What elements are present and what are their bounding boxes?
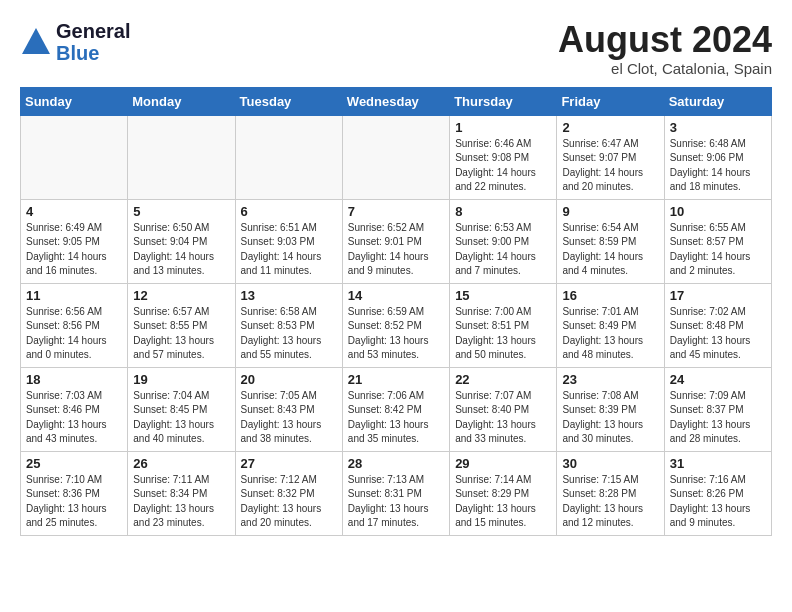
day-info: Sunrise: 6:55 AM Sunset: 8:57 PM Dayligh…	[670, 221, 766, 279]
svg-marker-0	[22, 28, 50, 54]
day-info: Sunrise: 6:46 AM Sunset: 9:08 PM Dayligh…	[455, 137, 551, 195]
weekday-header-saturday: Saturday	[664, 87, 771, 115]
day-info: Sunrise: 7:13 AM Sunset: 8:31 PM Dayligh…	[348, 473, 444, 531]
day-number: 8	[455, 204, 551, 219]
calendar-cell: 10Sunrise: 6:55 AM Sunset: 8:57 PM Dayli…	[664, 199, 771, 283]
day-number: 15	[455, 288, 551, 303]
day-number: 13	[241, 288, 337, 303]
weekday-header-monday: Monday	[128, 87, 235, 115]
calendar-cell: 28Sunrise: 7:13 AM Sunset: 8:31 PM Dayli…	[342, 451, 449, 535]
day-info: Sunrise: 7:12 AM Sunset: 8:32 PM Dayligh…	[241, 473, 337, 531]
day-info: Sunrise: 6:52 AM Sunset: 9:01 PM Dayligh…	[348, 221, 444, 279]
day-number: 19	[133, 372, 229, 387]
logo: General Blue	[20, 20, 130, 64]
day-number: 30	[562, 456, 658, 471]
day-info: Sunrise: 7:08 AM Sunset: 8:39 PM Dayligh…	[562, 389, 658, 447]
day-info: Sunrise: 7:09 AM Sunset: 8:37 PM Dayligh…	[670, 389, 766, 447]
location-subtitle: el Clot, Catalonia, Spain	[558, 60, 772, 77]
day-info: Sunrise: 7:02 AM Sunset: 8:48 PM Dayligh…	[670, 305, 766, 363]
calendar-cell: 17Sunrise: 7:02 AM Sunset: 8:48 PM Dayli…	[664, 283, 771, 367]
day-info: Sunrise: 6:48 AM Sunset: 9:06 PM Dayligh…	[670, 137, 766, 195]
calendar-cell: 30Sunrise: 7:15 AM Sunset: 8:28 PM Dayli…	[557, 451, 664, 535]
page-header: General Blue August 2024 el Clot, Catalo…	[20, 20, 772, 77]
calendar-cell: 20Sunrise: 7:05 AM Sunset: 8:43 PM Dayli…	[235, 367, 342, 451]
calendar-cell: 14Sunrise: 6:59 AM Sunset: 8:52 PM Dayli…	[342, 283, 449, 367]
day-info: Sunrise: 6:49 AM Sunset: 9:05 PM Dayligh…	[26, 221, 122, 279]
calendar-cell: 11Sunrise: 6:56 AM Sunset: 8:56 PM Dayli…	[21, 283, 128, 367]
calendar-cell: 22Sunrise: 7:07 AM Sunset: 8:40 PM Dayli…	[450, 367, 557, 451]
day-info: Sunrise: 7:04 AM Sunset: 8:45 PM Dayligh…	[133, 389, 229, 447]
calendar-cell: 31Sunrise: 7:16 AM Sunset: 8:26 PM Dayli…	[664, 451, 771, 535]
day-info: Sunrise: 7:05 AM Sunset: 8:43 PM Dayligh…	[241, 389, 337, 447]
day-info: Sunrise: 6:58 AM Sunset: 8:53 PM Dayligh…	[241, 305, 337, 363]
day-number: 25	[26, 456, 122, 471]
calendar-cell: 25Sunrise: 7:10 AM Sunset: 8:36 PM Dayli…	[21, 451, 128, 535]
day-number: 6	[241, 204, 337, 219]
day-number: 14	[348, 288, 444, 303]
title-block: August 2024 el Clot, Catalonia, Spain	[558, 20, 772, 77]
calendar-cell: 23Sunrise: 7:08 AM Sunset: 8:39 PM Dayli…	[557, 367, 664, 451]
calendar-cell: 8Sunrise: 6:53 AM Sunset: 9:00 PM Daylig…	[450, 199, 557, 283]
calendar-cell: 1Sunrise: 6:46 AM Sunset: 9:08 PM Daylig…	[450, 115, 557, 199]
calendar-week-5: 25Sunrise: 7:10 AM Sunset: 8:36 PM Dayli…	[21, 451, 772, 535]
calendar-cell: 3Sunrise: 6:48 AM Sunset: 9:06 PM Daylig…	[664, 115, 771, 199]
calendar-header-row: SundayMondayTuesdayWednesdayThursdayFrid…	[21, 87, 772, 115]
calendar-table: SundayMondayTuesdayWednesdayThursdayFrid…	[20, 87, 772, 536]
day-number: 12	[133, 288, 229, 303]
calendar-cell	[235, 115, 342, 199]
calendar-week-3: 11Sunrise: 6:56 AM Sunset: 8:56 PM Dayli…	[21, 283, 772, 367]
calendar-cell: 21Sunrise: 7:06 AM Sunset: 8:42 PM Dayli…	[342, 367, 449, 451]
logo-icon	[20, 26, 52, 58]
day-info: Sunrise: 6:56 AM Sunset: 8:56 PM Dayligh…	[26, 305, 122, 363]
day-number: 24	[670, 372, 766, 387]
calendar-cell: 18Sunrise: 7:03 AM Sunset: 8:46 PM Dayli…	[21, 367, 128, 451]
weekday-header-wednesday: Wednesday	[342, 87, 449, 115]
calendar-cell: 6Sunrise: 6:51 AM Sunset: 9:03 PM Daylig…	[235, 199, 342, 283]
day-number: 20	[241, 372, 337, 387]
day-number: 17	[670, 288, 766, 303]
logo-general: General	[56, 20, 130, 42]
day-info: Sunrise: 7:00 AM Sunset: 8:51 PM Dayligh…	[455, 305, 551, 363]
calendar-cell: 9Sunrise: 6:54 AM Sunset: 8:59 PM Daylig…	[557, 199, 664, 283]
calendar-cell: 19Sunrise: 7:04 AM Sunset: 8:45 PM Dayli…	[128, 367, 235, 451]
day-info: Sunrise: 7:03 AM Sunset: 8:46 PM Dayligh…	[26, 389, 122, 447]
day-number: 28	[348, 456, 444, 471]
day-info: Sunrise: 7:14 AM Sunset: 8:29 PM Dayligh…	[455, 473, 551, 531]
day-number: 11	[26, 288, 122, 303]
day-number: 16	[562, 288, 658, 303]
calendar-week-2: 4Sunrise: 6:49 AM Sunset: 9:05 PM Daylig…	[21, 199, 772, 283]
day-number: 3	[670, 120, 766, 135]
calendar-cell: 29Sunrise: 7:14 AM Sunset: 8:29 PM Dayli…	[450, 451, 557, 535]
day-number: 9	[562, 204, 658, 219]
weekday-header-friday: Friday	[557, 87, 664, 115]
day-number: 5	[133, 204, 229, 219]
day-number: 18	[26, 372, 122, 387]
day-info: Sunrise: 6:47 AM Sunset: 9:07 PM Dayligh…	[562, 137, 658, 195]
calendar-cell: 15Sunrise: 7:00 AM Sunset: 8:51 PM Dayli…	[450, 283, 557, 367]
day-info: Sunrise: 6:50 AM Sunset: 9:04 PM Dayligh…	[133, 221, 229, 279]
calendar-cell: 7Sunrise: 6:52 AM Sunset: 9:01 PM Daylig…	[342, 199, 449, 283]
day-number: 27	[241, 456, 337, 471]
calendar-cell: 27Sunrise: 7:12 AM Sunset: 8:32 PM Dayli…	[235, 451, 342, 535]
day-info: Sunrise: 6:59 AM Sunset: 8:52 PM Dayligh…	[348, 305, 444, 363]
calendar-cell: 24Sunrise: 7:09 AM Sunset: 8:37 PM Dayli…	[664, 367, 771, 451]
day-info: Sunrise: 6:57 AM Sunset: 8:55 PM Dayligh…	[133, 305, 229, 363]
calendar-cell: 12Sunrise: 6:57 AM Sunset: 8:55 PM Dayli…	[128, 283, 235, 367]
weekday-header-thursday: Thursday	[450, 87, 557, 115]
calendar-week-1: 1Sunrise: 6:46 AM Sunset: 9:08 PM Daylig…	[21, 115, 772, 199]
day-info: Sunrise: 6:51 AM Sunset: 9:03 PM Dayligh…	[241, 221, 337, 279]
calendar-cell: 16Sunrise: 7:01 AM Sunset: 8:49 PM Dayli…	[557, 283, 664, 367]
day-number: 31	[670, 456, 766, 471]
calendar-cell	[342, 115, 449, 199]
calendar-cell: 26Sunrise: 7:11 AM Sunset: 8:34 PM Dayli…	[128, 451, 235, 535]
weekday-header-tuesday: Tuesday	[235, 87, 342, 115]
day-number: 21	[348, 372, 444, 387]
day-info: Sunrise: 6:54 AM Sunset: 8:59 PM Dayligh…	[562, 221, 658, 279]
day-info: Sunrise: 6:53 AM Sunset: 9:00 PM Dayligh…	[455, 221, 551, 279]
day-number: 4	[26, 204, 122, 219]
day-info: Sunrise: 7:07 AM Sunset: 8:40 PM Dayligh…	[455, 389, 551, 447]
calendar-week-4: 18Sunrise: 7:03 AM Sunset: 8:46 PM Dayli…	[21, 367, 772, 451]
day-number: 29	[455, 456, 551, 471]
calendar-cell: 13Sunrise: 6:58 AM Sunset: 8:53 PM Dayli…	[235, 283, 342, 367]
calendar-cell: 5Sunrise: 6:50 AM Sunset: 9:04 PM Daylig…	[128, 199, 235, 283]
